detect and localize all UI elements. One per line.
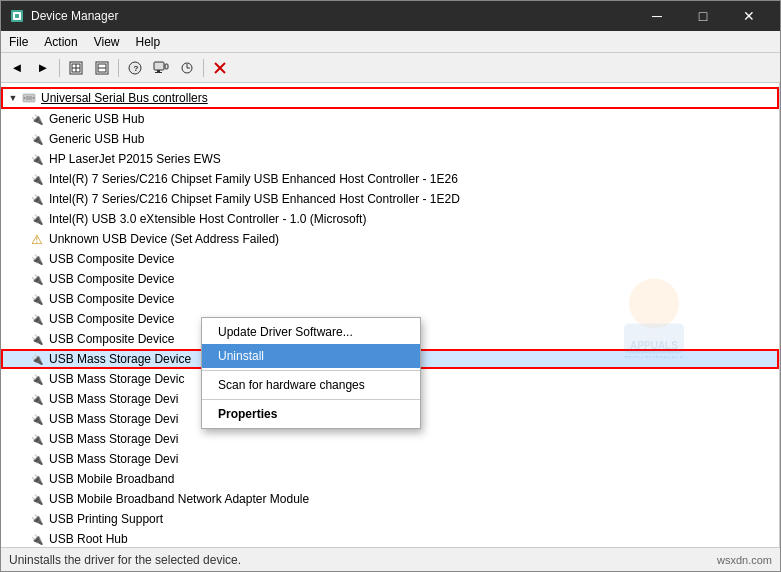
menu-file[interactable]: File [1, 33, 36, 51]
tree-item-generic-hub-2[interactable]: 🔌 Generic USB Hub [1, 129, 779, 149]
tree-item-label-11: USB Composite Device [49, 332, 174, 346]
main-content: ▼ Universal Serial Bus controllers 🔌 [1, 83, 780, 547]
device-icon-9: 🔌 [29, 291, 45, 307]
tree-item-label-20: USB Printing Support [49, 512, 163, 526]
device-tree-panel[interactable]: ▼ Universal Serial Bus controllers 🔌 [1, 83, 780, 547]
menu-view[interactable]: View [86, 33, 128, 51]
title-bar: Device Manager ─ □ ✕ [1, 1, 780, 31]
status-message: Uninstalls the driver for the selected d… [9, 553, 241, 567]
tree-item-intel-host-2[interactable]: 🔌 Intel(R) 7 Series/C216 Chipset Family … [1, 189, 779, 209]
tree-item-label-2: HP LaserJet P2015 Series EWS [49, 152, 221, 166]
tree-item-label-13: USB Mass Storage Devic [49, 372, 184, 386]
tree-item-intel-host-1[interactable]: 🔌 Intel(R) 7 Series/C216 Chipset Family … [1, 169, 779, 189]
device-icon-8: 🔌 [29, 271, 45, 287]
collapse-button[interactable] [90, 57, 114, 79]
device-icon-17: 🔌 [29, 451, 45, 467]
tree-item-label-5: Intel(R) USB 3.0 eXtensible Host Control… [49, 212, 366, 226]
svg-rect-15 [165, 64, 168, 69]
devices-button[interactable] [149, 57, 173, 79]
window-controls: ─ □ ✕ [634, 1, 772, 31]
tree-item-label-21: USB Root Hub [49, 532, 128, 546]
menu-help[interactable]: Help [128, 33, 169, 51]
device-icon-0: 🔌 [29, 111, 45, 127]
forward-button[interactable]: ► [31, 57, 55, 79]
device-icon-14: 🔌 [29, 391, 45, 407]
svg-rect-20 [26, 96, 32, 100]
tree-item-printing-support[interactable]: 🔌 USB Printing Support [1, 509, 779, 529]
usb-controllers-label: Universal Serial Bus controllers [41, 91, 208, 105]
toolbar-separator-1 [59, 59, 60, 77]
maximize-button[interactable]: □ [680, 1, 726, 31]
menu-action[interactable]: Action [36, 33, 85, 51]
device-icon-6: ⚠ [29, 231, 45, 247]
svg-rect-2 [15, 14, 19, 18]
tree-item-mobile-broadband[interactable]: 🔌 USB Mobile Broadband [1, 469, 779, 489]
device-icon-5: 🔌 [29, 211, 45, 227]
ctx-update-driver[interactable]: Update Driver Software... [202, 320, 420, 344]
device-icon-20: 🔌 [29, 511, 45, 527]
back-button[interactable]: ◄ [5, 57, 29, 79]
toolbar: ◄ ► ? [1, 53, 780, 83]
device-icon-4: 🔌 [29, 191, 45, 207]
help-properties-button[interactable]: ? [123, 57, 147, 79]
status-watermark: wsxdn.com [717, 554, 772, 566]
tree-item-label-9: USB Composite Device [49, 292, 174, 306]
device-icon-11: 🔌 [29, 331, 45, 347]
device-icon-7: 🔌 [29, 251, 45, 267]
ctx-separator-2 [202, 399, 420, 400]
device-icon-13: 🔌 [29, 371, 45, 387]
app-icon [9, 8, 25, 24]
tree-item-label-0: Generic USB Hub [49, 112, 144, 126]
tree-item-label-3: Intel(R) 7 Series/C216 Chipset Family US… [49, 172, 458, 186]
tree-item-label-7: USB Composite Device [49, 252, 174, 266]
ctx-separator [202, 370, 420, 371]
tree-item-label-10: USB Composite Device [49, 312, 174, 326]
ctx-scan-hardware[interactable]: Scan for hardware changes [202, 373, 420, 397]
tree-item-root-hub-1[interactable]: 🔌 USB Root Hub [1, 529, 779, 547]
tree-item-mass-storage-5[interactable]: 🔌 USB Mass Storage Devi [1, 449, 779, 469]
tree-item-mobile-broadband-network[interactable]: 🔌 USB Mobile Broadband Network Adapter M… [1, 489, 779, 509]
device-icon-1: 🔌 [29, 131, 45, 147]
svg-rect-14 [155, 72, 162, 73]
tree-item-composite-3[interactable]: 🔌 USB Composite Device [1, 289, 779, 309]
device-icon-19: 🔌 [29, 491, 45, 507]
device-icon-2: 🔌 [29, 151, 45, 167]
uninstall-button[interactable] [208, 57, 232, 79]
svg-rect-13 [157, 70, 160, 72]
tree-item-intel-usb30[interactable]: 🔌 Intel(R) USB 3.0 eXtensible Host Contr… [1, 209, 779, 229]
svg-text:?: ? [134, 64, 139, 73]
usb-controllers-header[interactable]: ▼ Universal Serial Bus controllers [1, 87, 779, 109]
tree-item-composite-2[interactable]: 🔌 USB Composite Device [1, 269, 779, 289]
device-icon-18: 🔌 [29, 471, 45, 487]
minimize-button[interactable]: ─ [634, 1, 680, 31]
device-icon-16: 🔌 [29, 431, 45, 447]
tree-item-label-15: USB Mass Storage Devi [49, 412, 178, 426]
tree-item-label-16: USB Mass Storage Devi [49, 432, 178, 446]
device-icon-12: 🔌 [29, 351, 45, 367]
status-bar: Uninstalls the driver for the selected d… [1, 547, 780, 571]
device-icon-10: 🔌 [29, 311, 45, 327]
device-manager-window: Device Manager ─ □ ✕ File Action View He… [0, 0, 781, 572]
expand-button[interactable] [64, 57, 88, 79]
usb-controller-icon [21, 90, 37, 106]
tree-item-label-6: Unknown USB Device (Set Address Failed) [49, 232, 279, 246]
tree-item-label-1: Generic USB Hub [49, 132, 144, 146]
expand-icon-usb: ▼ [5, 90, 21, 106]
tree-item-generic-hub-1[interactable]: 🔌 Generic USB Hub [1, 109, 779, 129]
tree-item-composite-1[interactable]: 🔌 USB Composite Device [1, 249, 779, 269]
context-menu: Update Driver Software... Uninstall Scan… [201, 317, 421, 429]
close-button[interactable]: ✕ [726, 1, 772, 31]
update-button[interactable] [175, 57, 199, 79]
device-icon-21: 🔌 [29, 531, 45, 547]
device-tree: ▼ Universal Serial Bus controllers 🔌 [1, 83, 779, 547]
window-title: Device Manager [31, 9, 634, 23]
tree-item-hp-laserjet[interactable]: 🔌 HP LaserJet P2015 Series EWS [1, 149, 779, 169]
tree-item-label-4: Intel(R) 7 Series/C216 Chipset Family US… [49, 192, 460, 206]
tree-item-label-18: USB Mobile Broadband [49, 472, 174, 486]
ctx-properties[interactable]: Properties [202, 402, 420, 426]
toolbar-separator-3 [203, 59, 204, 77]
svg-point-22 [33, 97, 35, 99]
tree-item-mass-storage-4[interactable]: 🔌 USB Mass Storage Devi [1, 429, 779, 449]
ctx-uninstall[interactable]: Uninstall [202, 344, 420, 368]
tree-item-unknown-usb[interactable]: ⚠ Unknown USB Device (Set Address Failed… [1, 229, 779, 249]
